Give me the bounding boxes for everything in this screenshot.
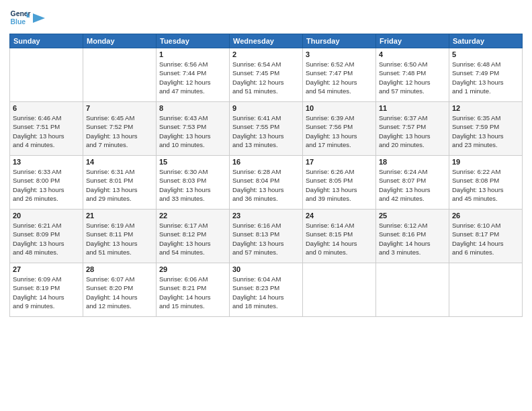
day-cell: 4Sunrise: 6:50 AM Sunset: 7:48 PM Daylig… — [376, 48, 449, 102]
day-info: Sunrise: 6:56 AM Sunset: 7:44 PM Dayligh… — [159, 60, 226, 95]
day-cell: 8Sunrise: 6:43 AM Sunset: 7:53 PM Daylig… — [157, 102, 230, 156]
calendar: SundayMondayTuesdayWednesdayThursdayFrid… — [9, 34, 523, 317]
day-number: 4 — [379, 50, 446, 58]
day-info: Sunrise: 6:06 AM Sunset: 8:21 PM Dayligh… — [159, 275, 226, 310]
day-number: 14 — [86, 158, 153, 166]
day-info: Sunrise: 6:33 AM Sunset: 8:00 PM Dayligh… — [13, 167, 80, 203]
day-number: 25 — [379, 212, 446, 220]
weekday-header-sunday: Sunday — [10, 34, 83, 48]
day-info: Sunrise: 6:54 AM Sunset: 7:45 PM Dayligh… — [232, 60, 300, 95]
day-cell: 21Sunrise: 6:19 AM Sunset: 8:11 PM Dayli… — [83, 210, 157, 263]
day-number: 19 — [452, 158, 519, 166]
day-number: 26 — [452, 212, 519, 220]
day-cell — [83, 48, 157, 102]
day-info: Sunrise: 6:31 AM Sunset: 8:01 PM Dayligh… — [86, 167, 153, 203]
day-info: Sunrise: 6:46 AM Sunset: 7:51 PM Dayligh… — [13, 113, 80, 149]
day-cell: 17Sunrise: 6:26 AM Sunset: 8:05 PM Dayli… — [303, 156, 376, 210]
day-number: 18 — [379, 158, 446, 166]
week-row-4: 20Sunrise: 6:21 AM Sunset: 8:09 PM Dayli… — [10, 210, 523, 263]
week-row-2: 6Sunrise: 6:46 AM Sunset: 7:51 PM Daylig… — [10, 102, 523, 156]
day-info: Sunrise: 6:07 AM Sunset: 8:20 PM Dayligh… — [86, 275, 153, 310]
day-info: Sunrise: 6:24 AM Sunset: 8:07 PM Dayligh… — [379, 167, 446, 203]
day-number: 15 — [159, 158, 226, 166]
day-info: Sunrise: 6:48 AM Sunset: 7:49 PM Dayligh… — [452, 60, 519, 95]
day-number: 22 — [159, 212, 226, 220]
day-info: Sunrise: 6:26 AM Sunset: 8:05 PM Dayligh… — [306, 167, 373, 203]
day-number: 20 — [13, 212, 80, 220]
day-cell: 25Sunrise: 6:12 AM Sunset: 8:16 PM Dayli… — [376, 210, 449, 263]
svg-marker-3 — [33, 13, 45, 23]
day-cell: 1Sunrise: 6:56 AM Sunset: 7:44 PM Daylig… — [157, 48, 230, 102]
day-number: 9 — [232, 104, 300, 112]
day-info: Sunrise: 6:10 AM Sunset: 8:17 PM Dayligh… — [452, 221, 519, 257]
day-number: 8 — [159, 104, 226, 112]
day-cell: 15Sunrise: 6:30 AM Sunset: 8:03 PM Dayli… — [157, 156, 230, 210]
day-cell: 6Sunrise: 6:46 AM Sunset: 7:51 PM Daylig… — [10, 102, 83, 156]
day-cell: 20Sunrise: 6:21 AM Sunset: 8:09 PM Dayli… — [10, 210, 83, 263]
day-info: Sunrise: 6:37 AM Sunset: 7:57 PM Dayligh… — [379, 113, 446, 149]
day-number: 16 — [232, 158, 300, 166]
day-number: 17 — [306, 158, 373, 166]
day-info: Sunrise: 6:09 AM Sunset: 8:19 PM Dayligh… — [13, 275, 80, 310]
day-info: Sunrise: 6:19 AM Sunset: 8:11 PM Dayligh… — [86, 221, 153, 257]
day-info: Sunrise: 6:35 AM Sunset: 7:59 PM Dayligh… — [452, 113, 519, 149]
day-info: Sunrise: 6:04 AM Sunset: 8:23 PM Dayligh… — [232, 275, 300, 310]
day-cell — [376, 263, 449, 317]
day-number: 29 — [159, 265, 226, 273]
day-info: Sunrise: 6:41 AM Sunset: 7:55 PM Dayligh… — [232, 113, 300, 149]
day-number: 1 — [159, 50, 226, 58]
week-row-3: 13Sunrise: 6:33 AM Sunset: 8:00 PM Dayli… — [10, 156, 523, 210]
day-number: 10 — [306, 104, 373, 112]
day-info: Sunrise: 6:16 AM Sunset: 8:13 PM Dayligh… — [232, 221, 300, 257]
day-cell: 5Sunrise: 6:48 AM Sunset: 7:49 PM Daylig… — [449, 48, 523, 102]
day-info: Sunrise: 6:30 AM Sunset: 8:03 PM Dayligh… — [159, 167, 226, 203]
day-cell — [449, 263, 523, 317]
week-row-1: 1Sunrise: 6:56 AM Sunset: 7:44 PM Daylig… — [10, 48, 523, 102]
logo: General Blue — [9, 7, 46, 28]
day-cell: 9Sunrise: 6:41 AM Sunset: 7:55 PM Daylig… — [230, 102, 303, 156]
day-number: 2 — [232, 50, 300, 58]
day-cell: 13Sunrise: 6:33 AM Sunset: 8:00 PM Dayli… — [10, 156, 83, 210]
day-info: Sunrise: 6:12 AM Sunset: 8:16 PM Dayligh… — [379, 221, 446, 257]
day-cell: 29Sunrise: 6:06 AM Sunset: 8:21 PM Dayli… — [157, 263, 230, 317]
day-number: 30 — [232, 265, 300, 273]
day-cell: 14Sunrise: 6:31 AM Sunset: 8:01 PM Dayli… — [83, 156, 157, 210]
day-number: 5 — [452, 50, 519, 58]
weekday-header-friday: Friday — [376, 34, 449, 48]
day-number: 13 — [13, 158, 80, 166]
weekday-header-saturday: Saturday — [449, 34, 523, 48]
day-cell: 2Sunrise: 6:54 AM Sunset: 7:45 PM Daylig… — [230, 48, 303, 102]
day-cell: 28Sunrise: 6:07 AM Sunset: 8:20 PM Dayli… — [83, 263, 157, 317]
day-number: 11 — [379, 104, 446, 112]
weekday-header-monday: Monday — [83, 34, 157, 48]
weekday-header-wednesday: Wednesday — [230, 34, 303, 48]
weekday-header-tuesday: Tuesday — [157, 34, 230, 48]
day-cell: 22Sunrise: 6:17 AM Sunset: 8:12 PM Dayli… — [157, 210, 230, 263]
week-row-5: 27Sunrise: 6:09 AM Sunset: 8:19 PM Dayli… — [10, 263, 523, 317]
day-info: Sunrise: 6:14 AM Sunset: 8:15 PM Dayligh… — [306, 221, 373, 257]
day-number: 28 — [86, 265, 153, 273]
day-number: 3 — [306, 50, 373, 58]
day-number: 27 — [13, 265, 80, 273]
day-number: 23 — [232, 212, 300, 220]
day-info: Sunrise: 6:39 AM Sunset: 7:56 PM Dayligh… — [306, 113, 373, 149]
day-info: Sunrise: 6:17 AM Sunset: 8:12 PM Dayligh… — [159, 221, 226, 257]
day-cell: 26Sunrise: 6:10 AM Sunset: 8:17 PM Dayli… — [449, 210, 523, 263]
day-cell: 24Sunrise: 6:14 AM Sunset: 8:15 PM Dayli… — [303, 210, 376, 263]
day-cell: 19Sunrise: 6:22 AM Sunset: 8:08 PM Dayli… — [449, 156, 523, 210]
page: General Blue SundayMondayTuesdayWed — [0, 0, 532, 411]
day-cell — [303, 263, 376, 317]
header: General Blue — [9, 7, 523, 28]
weekday-header-thursday: Thursday — [303, 34, 376, 48]
day-info: Sunrise: 6:21 AM Sunset: 8:09 PM Dayligh… — [13, 221, 80, 257]
day-number: 6 — [13, 104, 80, 112]
day-number: 7 — [86, 104, 153, 112]
day-info: Sunrise: 6:50 AM Sunset: 7:48 PM Dayligh… — [379, 60, 446, 95]
day-info: Sunrise: 6:43 AM Sunset: 7:53 PM Dayligh… — [159, 113, 226, 149]
day-info: Sunrise: 6:45 AM Sunset: 7:52 PM Dayligh… — [86, 113, 153, 149]
day-cell: 12Sunrise: 6:35 AM Sunset: 7:59 PM Dayli… — [449, 102, 523, 156]
day-cell: 3Sunrise: 6:52 AM Sunset: 7:47 PM Daylig… — [303, 48, 376, 102]
day-number: 24 — [306, 212, 373, 220]
weekday-header-row: SundayMondayTuesdayWednesdayThursdayFrid… — [10, 34, 523, 48]
day-info: Sunrise: 6:22 AM Sunset: 8:08 PM Dayligh… — [452, 167, 519, 203]
